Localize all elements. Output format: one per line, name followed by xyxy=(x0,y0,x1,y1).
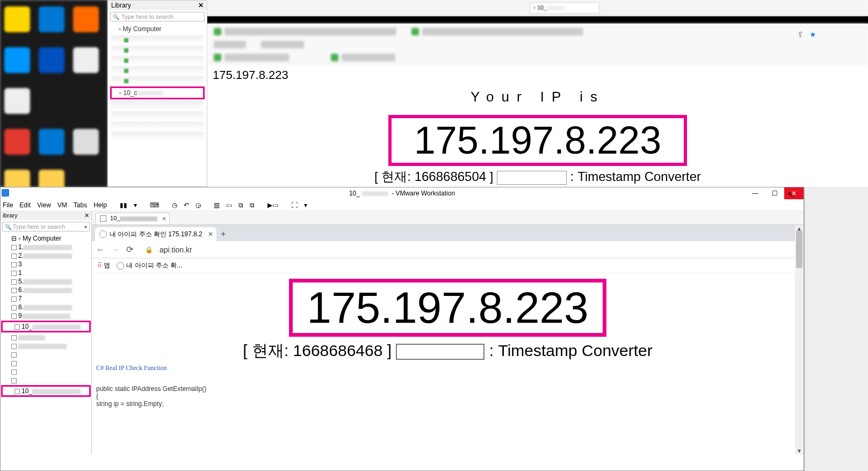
star-icon[interactable]: ★ xyxy=(809,30,816,39)
tree-item[interactable] xyxy=(2,376,90,385)
tree-item[interactable]: 2. xyxy=(2,251,90,260)
library-title: ibrary xyxy=(3,212,18,219)
tree-item-highlighted[interactable]: 10_ xyxy=(1,385,91,397)
tree-item-blurred[interactable] xyxy=(111,101,204,110)
fullscreen-button[interactable]: ▶▭ xyxy=(267,201,278,209)
guest-os-screen: 내 아이피 주소 확인 175.197.8.2 ✕ + ← → ⟳ 🔒 api.… xyxy=(92,225,804,454)
library-tree: ⊟ ▫ My Computer 1. 2. 3 1 5. 6. 7 8. 9 1… xyxy=(1,233,91,454)
menu-edit[interactable]: Edit xyxy=(19,201,31,209)
library-title: Library xyxy=(111,2,131,9)
close-icon[interactable]: ✕ xyxy=(208,230,213,238)
tree-item-blurred[interactable] xyxy=(111,35,204,44)
layout-button-3[interactable]: ⧉ xyxy=(238,201,243,209)
browser-chrome-blurred xyxy=(207,24,868,64)
revert-button[interactable]: ↶ xyxy=(184,201,189,209)
close-icon[interactable]: ✕ xyxy=(84,212,89,219)
vm-display-area: 10_ ✕ 내 아이피 주소 확인 175.197.8.2 ✕ + ← → ⟳ xyxy=(92,211,804,454)
code-line: public static IPAddress GetExternalIp() xyxy=(96,385,799,393)
lock-icon: 🔒 xyxy=(145,246,153,253)
close-button[interactable]: ✕↖ xyxy=(784,187,804,199)
tree-item-blurred[interactable] xyxy=(111,76,204,85)
layout-button-2[interactable]: ▭ xyxy=(226,201,232,209)
address-bar: ← → ⟳ 🔒 api.tion.kr xyxy=(92,241,804,258)
menu-view[interactable]: View xyxy=(37,201,51,209)
tree-item-highlighted[interactable]: ▫ 10_cxxxxxxxx xyxy=(110,86,205,99)
ip-highlight-box: 175.197.8.223 xyxy=(388,115,687,166)
window-title: 10_xxxxxxxx - VMware Workstation xyxy=(349,190,455,197)
tree-item[interactable] xyxy=(2,367,90,376)
search-input[interactable]: Type here to search xyxy=(110,12,205,21)
send-ctrl-alt-del-button[interactable]: ⌨ xyxy=(150,201,159,209)
share-icon[interactable]: ⇪ xyxy=(797,30,804,39)
scrollbar-vertical[interactable]: ▲ ▼ xyxy=(795,225,804,454)
scrollbar-thumb[interactable] xyxy=(796,230,802,268)
tree-item[interactable]: 7 xyxy=(2,294,90,303)
layout-button-1[interactable]: ▥ xyxy=(214,201,220,209)
tree-item-blurred[interactable] xyxy=(111,132,204,140)
vmware-tabbar-top: ▫ 10_xxxxxx xyxy=(207,0,868,16)
apps-button[interactable]: ⠿ 앱 xyxy=(97,261,110,270)
snapshot-button[interactable]: ◷ xyxy=(172,201,177,209)
timestamp-input[interactable] xyxy=(396,344,484,360)
tree-item[interactable]: 1. xyxy=(2,243,90,251)
menu-file[interactable]: File xyxy=(3,201,13,209)
back-button[interactable]: ← xyxy=(96,245,105,255)
reload-button[interactable]: ⟳ xyxy=(126,244,133,255)
menu-bar: File Edit View VM Tabs Help ▮▮ ▾ ⌨ ◷ ↶ ◶… xyxy=(1,199,804,211)
new-tab-button[interactable]: + xyxy=(216,227,230,241)
snapshot-manager-button[interactable]: ◶ xyxy=(196,201,201,209)
tree-item-blurred[interactable] xyxy=(111,46,204,54)
tree-root[interactable]: ▫ My Computer xyxy=(111,24,204,34)
tree-item[interactable] xyxy=(2,350,90,359)
code-line: { xyxy=(96,393,799,400)
url-text[interactable]: api.tion.kr xyxy=(160,245,192,254)
tree-item[interactable] xyxy=(2,333,90,342)
scroll-down-icon[interactable]: ▼ xyxy=(797,448,802,454)
tree-item[interactable]: 3 xyxy=(2,260,90,269)
library-panel: ibrary ✕ Type here to search ⊟ ▫ My Comp… xyxy=(1,211,92,454)
timestamp-row: [ 현재: 1668686504 ] : Timestamp Converter xyxy=(213,168,863,185)
tree-root[interactable]: ⊟ ▫ My Computer xyxy=(2,234,90,243)
bookmarks-bar: ⠿ 앱 내 아이피 주소 확... xyxy=(92,258,804,273)
forward-button[interactable]: → xyxy=(111,245,120,255)
guest-vm-top: ▫ 10_xxxxxx ⇪ ★ 175.197.8.223 Your IP is… xyxy=(207,0,868,187)
tree-item[interactable]: 9 xyxy=(2,311,90,320)
dropdown-icon[interactable]: ▾ xyxy=(304,201,307,209)
search-input[interactable]: Type here to search xyxy=(2,222,90,231)
code-section: C# Real IP Check Function public static … xyxy=(92,362,804,410)
ip-highlight-box: 175.197.8.223 xyxy=(289,279,606,337)
dropdown-icon[interactable]: ▾ xyxy=(134,201,137,209)
pause-button[interactable]: ▮▮ xyxy=(120,201,127,209)
favicon-icon xyxy=(99,230,107,238)
tree-item-blurred[interactable] xyxy=(111,111,204,120)
tree-item[interactable]: 8. xyxy=(2,303,90,311)
tree-item-blurred[interactable] xyxy=(111,121,204,130)
code-title: C# Real IP Check Function xyxy=(96,364,799,372)
vm-tab[interactable]: 10_ ✕ xyxy=(95,213,170,224)
tree-item-blurred[interactable] xyxy=(111,56,204,64)
host-desktop-blurred xyxy=(0,0,107,187)
layout-button-4[interactable]: ⧉ xyxy=(250,201,255,209)
tree-item[interactable] xyxy=(2,342,90,350)
close-icon[interactable]: ✕ xyxy=(162,215,167,222)
tree-item[interactable]: 5. xyxy=(2,277,90,286)
chrome-tab[interactable]: 내 아이피 주소 확인 175.197.8.2 ✕ xyxy=(95,227,216,241)
tree-item[interactable]: 1 xyxy=(2,269,90,277)
vm-tab-bar: 10_ ✕ xyxy=(92,211,804,225)
tree-item-blurred[interactable] xyxy=(111,66,204,75)
background-window-sliver xyxy=(804,187,868,471)
vm-tab[interactable]: ▫ 10_xxxxxx xyxy=(530,2,599,14)
bookmark-item[interactable]: 내 아이피 주소 확... xyxy=(117,261,182,270)
menu-tabs[interactable]: Tabs xyxy=(74,201,87,209)
tree-item[interactable]: 6. xyxy=(2,286,90,294)
close-icon[interactable]: ✕ xyxy=(198,2,204,9)
library-panel-top: Library ✕ Type here to search ▫ My Compu… xyxy=(107,0,207,187)
your-ip-label: Your IP is xyxy=(213,89,863,105)
timestamp-input[interactable] xyxy=(497,171,567,185)
unity-button[interactable]: ⛶ xyxy=(291,201,298,209)
tree-item[interactable] xyxy=(2,359,90,367)
menu-help[interactable]: Help xyxy=(93,201,107,209)
menu-vm[interactable]: VM xyxy=(57,201,67,209)
minimize-button[interactable]: — xyxy=(746,187,765,199)
tree-item-highlighted[interactable]: 10_ xyxy=(1,321,91,332)
